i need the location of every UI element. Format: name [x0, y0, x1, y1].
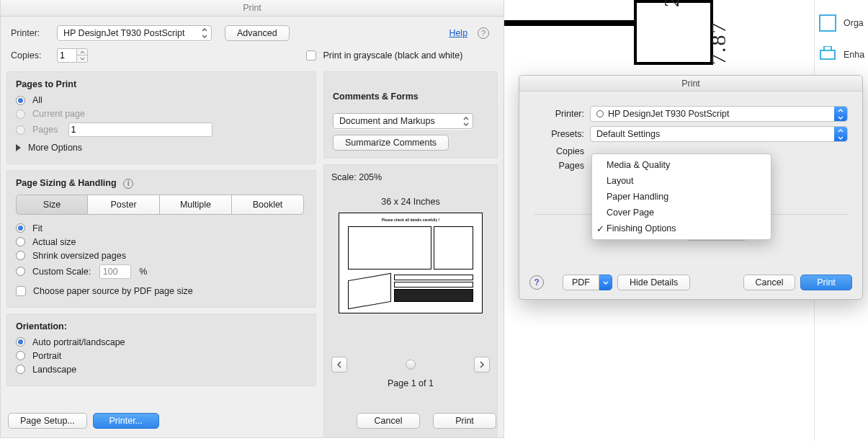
stepper-up-icon[interactable] — [77, 49, 87, 55]
printer-select[interactable]: HP DesignJet T930 PostScript — [590, 106, 848, 122]
presets-select[interactable]: Default Settings — [590, 126, 848, 142]
stepper-buttons[interactable] — [77, 48, 88, 63]
more-options[interactable]: More Options — [28, 143, 82, 153]
print-button[interactable]: Print — [800, 275, 852, 290]
sidebar-item-enhance[interactable]: Enha — [819, 46, 864, 63]
radio-all[interactable] — [16, 96, 25, 105]
comments-select[interactable]: Document and Markups — [333, 113, 473, 129]
page-sizing-heading: Page Sizing & Handling i — [16, 178, 307, 189]
seg-poster[interactable]: Poster — [88, 195, 160, 215]
radio-shrink[interactable] — [16, 251, 25, 260]
help-icon[interactable]: ? — [478, 27, 489, 39]
cancel-button[interactable]: Cancel — [743, 275, 795, 290]
system-print-dialog: Print Printer: HP DesignJet T930 PostScr… — [519, 75, 863, 300]
select-arrows-icon — [461, 115, 471, 127]
select-arrows-icon — [834, 127, 847, 141]
dropdown-option-selected[interactable]: ✓Finishing Options — [592, 220, 771, 236]
seg-size[interactable]: Size — [16, 195, 88, 215]
help-icon[interactable]: ? — [529, 275, 544, 290]
orientation-heading: Orientation: — [16, 321, 307, 331]
comments-forms-heading: Comments & Forms — [333, 92, 488, 102]
pdf-menu-arrow-icon[interactable] — [599, 275, 612, 290]
select-arrows-icon — [200, 27, 210, 39]
check-icon: ✓ — [596, 223, 604, 234]
next-page-button[interactable] — [474, 357, 490, 373]
copies-stepper[interactable] — [57, 48, 219, 63]
comments-forms-panel: Comments & Forms Document and Markups Su… — [323, 71, 498, 159]
select-arrows-icon — [834, 107, 847, 121]
grayscale-checkbox[interactable] — [306, 50, 316, 61]
options-dropdown[interactable]: Media & Quality Layout Paper Handling Co… — [591, 153, 771, 240]
page-sizing-panel: Page Sizing & Handling i Size Poster Mul… — [6, 170, 316, 308]
printer-value: HP DesignJet T930 PostScript — [63, 28, 184, 38]
sidebar-label: Orga — [844, 18, 864, 28]
radio-current-page[interactable] — [16, 110, 25, 119]
radio-fit[interactable] — [16, 223, 25, 233]
dropdown-option[interactable]: Media & Quality — [592, 157, 771, 173]
stepper-down-icon[interactable] — [77, 55, 87, 62]
pages-label: Pages — [534, 161, 590, 171]
hide-details-button[interactable]: Hide Details — [617, 275, 690, 290]
help-link[interactable]: Help — [449, 28, 467, 38]
dropdown-option[interactable]: Layout — [592, 173, 771, 189]
custom-scale-input[interactable] — [99, 264, 131, 279]
print-button[interactable]: Print — [433, 413, 496, 429]
paper-size-label: 36 x 24 Inches — [381, 197, 439, 207]
printer-label: Printer: — [534, 109, 590, 119]
organize-icon — [819, 14, 836, 32]
radio-actual-size[interactable] — [16, 237, 25, 246]
radio-portrait[interactable] — [16, 351, 25, 360]
dialog-title: Print — [519, 76, 862, 92]
dropdown-option[interactable]: Cover Page — [592, 205, 771, 220]
printer-button[interactable]: Printer... — [93, 413, 159, 429]
svg-rect-0 — [820, 50, 835, 59]
dialog-title: Print — [1, 0, 504, 17]
cancel-button[interactable]: Cancel — [357, 413, 420, 429]
svg-rect-1 — [824, 46, 831, 50]
preview-panel: Scale: 205% 36 x 24 Inches Please check … — [323, 164, 498, 438]
radio-auto[interactable] — [16, 337, 25, 347]
page-slider[interactable] — [406, 360, 416, 370]
choose-paper-checkbox[interactable] — [16, 286, 26, 296]
orientation-panel: Orientation: Auto portrait/landscape Por… — [6, 313, 316, 386]
radio-pages[interactable] — [16, 125, 25, 135]
pages-to-print-heading: Pages to Print — [16, 79, 307, 89]
copies-input[interactable] — [57, 48, 77, 63]
seg-booklet[interactable]: Booklet — [232, 195, 304, 215]
printer-label: Printer: — [11, 28, 51, 38]
disclose-icon[interactable] — [16, 144, 21, 151]
info-icon[interactable]: i — [123, 179, 133, 189]
copies-label: Copies: — [11, 50, 51, 61]
scale-label: Scale: 205% — [331, 172, 382, 182]
sidebar-item-organize[interactable]: Orga — [819, 14, 864, 32]
pages-input[interactable] — [68, 122, 212, 137]
printer-select[interactable]: HP DesignJet T930 PostScript — [57, 25, 212, 41]
page-counter: Page 1 of 1 — [388, 378, 434, 388]
copies-label: Copies — [534, 146, 590, 156]
radio-landscape[interactable] — [16, 365, 25, 374]
page-setup-button[interactable]: Page Setup... — [8, 413, 87, 429]
page-preview: Please check all details carefully ! — [339, 213, 483, 313]
enhance-icon — [819, 46, 836, 63]
advanced-button[interactable]: Advanced — [225, 25, 290, 41]
sizing-segment[interactable]: Size Poster Multiple Booklet — [16, 195, 307, 215]
radio-custom-scale[interactable] — [16, 267, 25, 276]
summarize-button[interactable]: Summarize Comments — [333, 135, 449, 151]
status-dot-icon — [596, 110, 604, 117]
prev-page-button[interactable] — [331, 357, 347, 373]
pdf-button[interactable]: PDF — [563, 275, 599, 290]
sidebar-label: Enha — [844, 50, 864, 60]
seg-multiple[interactable]: Multiple — [160, 195, 232, 215]
pages-to-print-panel: Pages to Print All Current page Pages Mo… — [6, 71, 316, 164]
acrobat-print-dialog: Print Printer: HP DesignJet T930 PostScr… — [0, 0, 504, 438]
grayscale-label: Print in grayscale (black and white) — [323, 50, 462, 61]
dropdown-option[interactable]: Paper Handling — [592, 189, 771, 205]
presets-label: Presets: — [534, 129, 590, 139]
